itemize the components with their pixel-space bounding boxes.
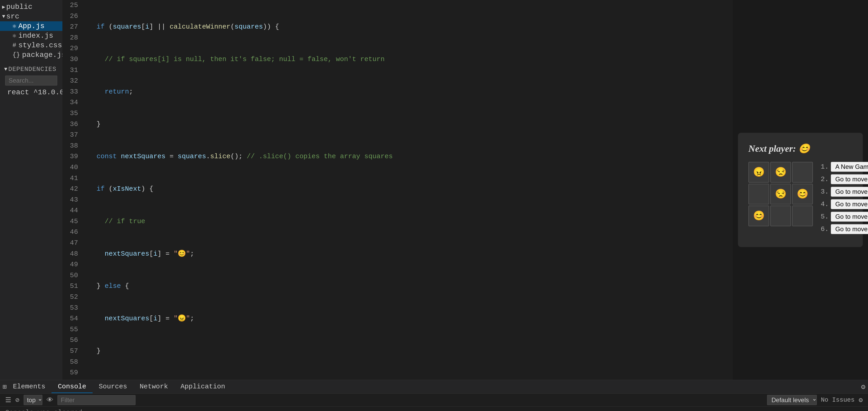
chevron-down-icon: ▼ — [4, 66, 7, 72]
square-0-0[interactable]: 😠 — [748, 162, 769, 183]
tab-application[interactable]: Application — [174, 381, 231, 393]
sidebar-item-label: public — [6, 3, 32, 11]
chevron-down-icon: ▼ — [2, 13, 5, 20]
move-num-1: 2. — [821, 175, 829, 183]
devtools-console-content: Console was cleared — [0, 407, 868, 411]
file-icon: {} — [12, 52, 20, 59]
sidebar-item-src[interactable]: ▼ src — [0, 12, 62, 21]
console-cleared-text: Console was cleared — [5, 409, 82, 411]
moves-list: 1. A New Game ! 2. Go to move #1 3. Go t… — [821, 162, 868, 237]
square-0-1[interactable]: 😒 — [770, 162, 791, 183]
no-issues-label: No Issues — [821, 397, 855, 404]
sidebar-item-stylescss[interactable]: # styles.css — [0, 40, 62, 50]
game-content: 😠 😒 😒 😊 😊 — [748, 162, 852, 237]
tab-network[interactable]: Network — [133, 381, 174, 393]
sidebar-item-indexjs[interactable]: ⚛ index.js — [0, 31, 62, 40]
log-levels-dropdown[interactable]: Default levels — [767, 395, 817, 405]
sidebar-toggle-icon[interactable]: ☰ — [5, 396, 11, 404]
game-status: Next player: 😊 — [748, 143, 852, 154]
goto-move-4-button[interactable]: Go to move #4 — [831, 212, 868, 221]
board-row-1: 😒 😊 — [748, 184, 813, 204]
goto-move-1-button[interactable]: Go to move #1 — [831, 174, 868, 184]
sidebar-item-public[interactable]: ▶ public — [0, 2, 62, 12]
move-item-5: 6. Go to move #5 — [821, 224, 868, 234]
file-icon: # — [12, 42, 16, 49]
move-item-4: 5. Go to move #4 — [821, 212, 868, 221]
board-row-0: 😠 😒 — [748, 162, 813, 183]
game-panel: Next player: 😊 😠 😒 😒 😊 😊 — [733, 0, 868, 380]
square-2-1[interactable] — [770, 205, 791, 226]
square-1-1[interactable]: 😒 — [770, 184, 791, 204]
move-item-0: 1. A New Game ! — [821, 162, 868, 172]
file-icon: ⚛ — [12, 22, 16, 30]
search-input[interactable] — [5, 76, 57, 85]
chevron-right-icon: ▶ — [2, 4, 5, 10]
game-board[interactable]: 😠 😒 😒 😊 😊 — [748, 162, 813, 226]
issues-settings-icon[interactable]: ⚙ — [859, 396, 863, 404]
devtools-toolbar: ☰ ⊘ top 👁 Default levels No Issues ⚙ — [0, 393, 868, 407]
devtools: ⊞ Elements Console Sources Network Appli… — [0, 380, 868, 411]
sidebar-item-label: index.js — [18, 32, 53, 40]
goto-move-5-button[interactable]: Go to move #5 — [831, 224, 868, 234]
devtools-tabs: ⊞ Elements Console Sources Network Appli… — [0, 380, 868, 393]
move-num-0: 1. — [821, 163, 829, 171]
square-1-2[interactable]: 😊 — [792, 184, 813, 204]
move-item-1: 2. Go to move #1 — [821, 174, 868, 184]
search-container — [2, 73, 60, 88]
sidebar-react-version: react ^18.0.0 — [2, 88, 60, 97]
goto-move-3-button[interactable]: Go to move #3 — [831, 199, 868, 209]
line-numbers: 2526272829 3031323334 3536373839 4041424… — [62, 0, 83, 380]
eye-icon[interactable]: 👁 — [46, 396, 53, 404]
game-card: Next player: 😊 😠 😒 😒 😊 😊 — [738, 133, 863, 247]
sidebar-item-packagejson[interactable]: {} package.json — [0, 50, 62, 60]
square-2-2[interactable] — [792, 205, 813, 226]
sidebar-item-label: styles.css — [18, 41, 62, 49]
sidebar-item-label: App.js — [18, 22, 44, 30]
move-num-4: 5. — [821, 213, 829, 220]
move-item-2: 3. Go to move #2 — [821, 187, 868, 197]
tab-elements[interactable]: Elements — [7, 381, 52, 393]
console-filter-input[interactable] — [58, 395, 135, 405]
dependencies-label: DEPENDENCIES — [8, 66, 56, 73]
context-dropdown[interactable]: top — [24, 395, 42, 405]
devtools-toggle-icon[interactable]: ⊞ — [3, 383, 7, 391]
clear-console-icon[interactable]: ⊘ — [16, 396, 20, 404]
devtools-right: Default levels No Issues ⚙ — [767, 395, 863, 405]
editor-area: 2526272829 3031323334 3536373839 4041424… — [62, 0, 733, 380]
move-num-3: 4. — [821, 200, 829, 208]
devtools-settings-icon[interactable]: ⚙ — [861, 382, 865, 391]
sidebar-dependencies[interactable]: ▼ DEPENDENCIES — [2, 65, 60, 73]
react-version-label: react ^18.0.0 — [7, 88, 64, 96]
sidebar: ▶ public ▼ src ⚛ App.js ⚛ index.js # sty… — [0, 0, 62, 380]
square-0-2[interactable] — [792, 162, 813, 183]
new-game-button[interactable]: A New Game ! — [831, 162, 868, 172]
sidebar-item-appjs[interactable]: ⚛ App.js — [0, 21, 62, 31]
goto-move-2-button[interactable]: Go to move #2 — [831, 187, 868, 197]
sidebar-item-label: src — [6, 12, 19, 21]
square-2-0[interactable]: 😊 — [748, 205, 769, 226]
tab-console[interactable]: Console — [52, 381, 92, 393]
move-num-2: 3. — [821, 188, 829, 196]
board-row-2: 😊 — [748, 205, 813, 226]
move-num-5: 6. — [821, 225, 829, 233]
tab-sources[interactable]: Sources — [93, 381, 133, 393]
code-content[interactable]: if (squares[i] || calculateWinner(square… — [83, 0, 733, 380]
square-1-0[interactable] — [748, 184, 769, 204]
move-item-3: 4. Go to move #3 — [821, 199, 868, 209]
file-icon: ⚛ — [12, 32, 16, 39]
